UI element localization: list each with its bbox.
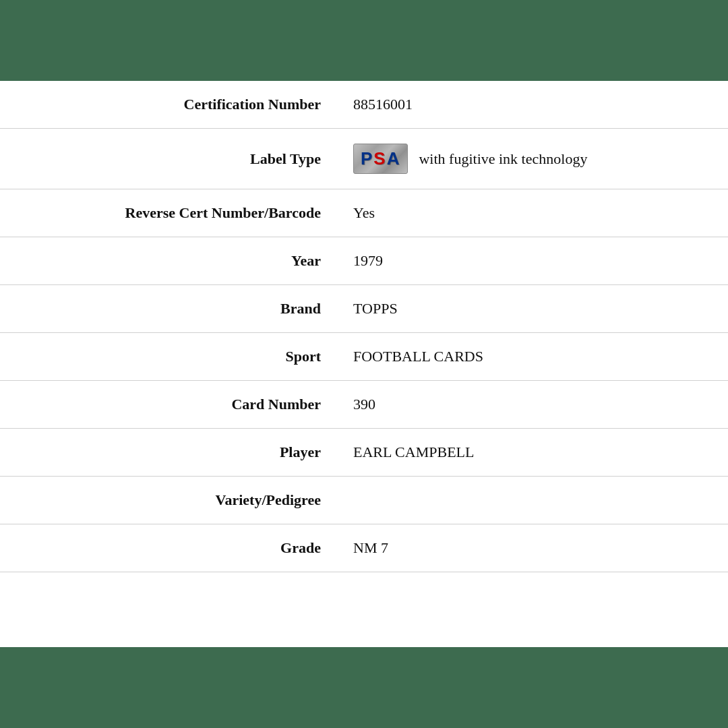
row-variety-pedigree: Variety/Pedigree xyxy=(0,477,728,524)
label-brand: Brand xyxy=(0,285,337,333)
row-grade: GradeNM 7 xyxy=(0,524,728,572)
value-card-number: 390 xyxy=(337,381,728,429)
row-brand: BrandTOPPS xyxy=(0,285,728,333)
info-table: Certification Number88516001Label TypePS… xyxy=(0,81,728,572)
row-label-type: Label TypePSAwith fugitive ink technolog… xyxy=(0,129,728,189)
value-reverse-cert: Yes xyxy=(337,189,728,237)
value-grade: NM 7 xyxy=(337,524,728,572)
row-card-number: Card Number390 xyxy=(0,381,728,429)
label-card-number: Card Number xyxy=(0,381,337,429)
label-player: Player xyxy=(0,429,337,477)
value-variety-pedigree xyxy=(337,477,728,524)
value-player: EARL CAMPBELL xyxy=(337,429,728,477)
bottom-bar xyxy=(0,647,728,728)
label-year: Year xyxy=(0,237,337,285)
value-brand: TOPPS xyxy=(337,285,728,333)
value-sport: FOOTBALL CARDS xyxy=(337,333,728,381)
value-certification-number: 88516001 xyxy=(337,81,728,129)
psa-badge-icon: PSA xyxy=(353,144,408,174)
main-content: Certification Number88516001Label TypePS… xyxy=(0,81,728,647)
label-certification-number: Certification Number xyxy=(0,81,337,129)
row-reverse-cert: Reverse Cert Number/BarcodeYes xyxy=(0,189,728,237)
label-grade: Grade xyxy=(0,524,337,572)
value-year: 1979 xyxy=(337,237,728,285)
value-label-type: PSAwith fugitive ink technology xyxy=(337,129,728,189)
label-reverse-cert: Reverse Cert Number/Barcode xyxy=(0,189,337,237)
row-player: PlayerEARL CAMPBELL xyxy=(0,429,728,477)
label-sport: Sport xyxy=(0,333,337,381)
row-year: Year1979 xyxy=(0,237,728,285)
label-label-type: Label Type xyxy=(0,129,337,189)
row-sport: SportFOOTBALL CARDS xyxy=(0,333,728,381)
fugitive-ink-text: with fugitive ink technology xyxy=(419,150,587,168)
label-variety-pedigree: Variety/Pedigree xyxy=(0,477,337,524)
row-certification-number: Certification Number88516001 xyxy=(0,81,728,129)
top-bar xyxy=(0,0,728,81)
